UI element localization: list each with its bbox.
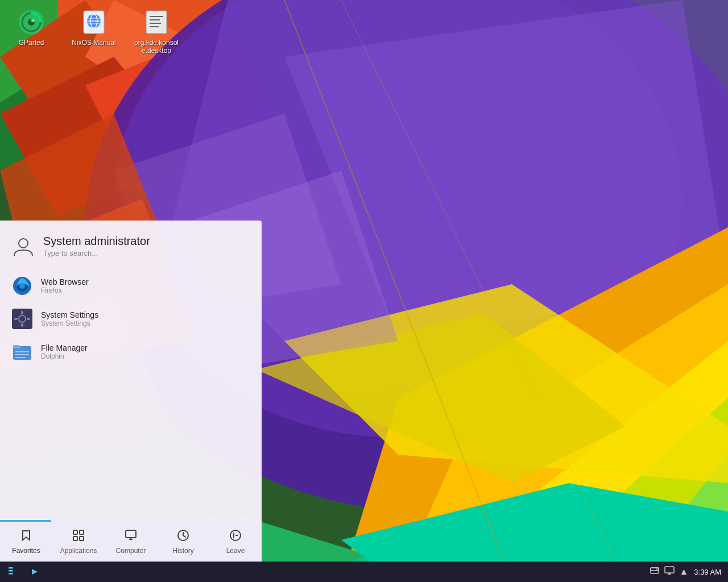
gparted-icon <box>18 9 45 36</box>
svg-rect-55 <box>27 318 30 320</box>
firefox-icon <box>11 275 33 297</box>
svg-rect-66 <box>126 530 136 538</box>
svg-rect-54 <box>14 318 18 320</box>
app-info-firefox: Web Browser Firefox <box>41 277 89 294</box>
system-tray: ▲ <box>650 566 688 578</box>
svg-rect-73 <box>9 567 13 569</box>
svg-rect-80 <box>665 567 674 573</box>
start-menu: System administrator Type to search... W… <box>0 221 262 562</box>
svg-point-79 <box>656 568 657 569</box>
tab-favorites-label: Favorites <box>12 547 40 555</box>
gparted-label: GParted <box>19 39 44 47</box>
taskbar-task-area <box>27 567 40 577</box>
hdd-tray-icon[interactable] <box>650 566 660 578</box>
svg-line-71 <box>183 535 185 537</box>
leave-icon <box>229 529 242 544</box>
active-tab-line <box>0 520 51 522</box>
app-name-files: File Manager <box>41 343 88 352</box>
nixos-manual-icon <box>80 9 107 36</box>
tab-leave[interactable]: Leave <box>209 522 262 562</box>
svg-rect-40 <box>146 11 167 34</box>
network-tray-icon[interactable]: ▲ <box>679 567 688 577</box>
app-info-settings: System Settings System Settings <box>41 310 98 327</box>
tab-computer[interactable]: Computer <box>105 522 157 562</box>
tab-favorites[interactable]: Favorites <box>0 522 52 562</box>
clock-icon <box>177 529 189 544</box>
app-item-firefox[interactable]: Web Browser Firefox <box>0 269 262 302</box>
desktop-icons: GParted NixOS Manual <box>6 6 182 58</box>
tab-applications-label: Applications <box>60 547 97 555</box>
svg-point-32 <box>31 19 35 22</box>
tab-history[interactable]: History <box>157 522 209 562</box>
svg-rect-62 <box>73 530 77 534</box>
konsole-label: org.kde.konsole.desktop <box>134 39 179 55</box>
menu-footer: Favorites Applications <box>0 520 262 562</box>
desktop-icon-nixos-manual[interactable]: NixOS Manual <box>68 6 119 58</box>
app-subtitle-files: Dolphin <box>41 352 88 360</box>
desktop: GParted NixOS Manual <box>0 0 728 582</box>
display-tray-icon[interactable] <box>664 566 675 578</box>
files-icon <box>11 341 33 363</box>
menu-apps: Web Browser Firefox Sy <box>0 265 262 520</box>
footer-tabs: Favorites Applications <box>0 522 262 562</box>
konsole-icon <box>143 9 170 36</box>
tab-leave-label: Leave <box>226 547 245 555</box>
svg-point-46 <box>19 239 28 248</box>
svg-marker-76 <box>32 569 38 575</box>
svg-rect-74 <box>9 570 13 572</box>
settings-icon <box>11 308 33 330</box>
app-item-files[interactable]: File Manager Dolphin <box>0 335 262 368</box>
nixos-manual-label: NixOS Manual <box>72 39 115 47</box>
taskbar-start-indicator[interactable] <box>30 567 40 577</box>
user-avatar <box>11 234 35 258</box>
svg-rect-53 <box>21 323 23 327</box>
taskbar-left <box>0 564 23 580</box>
svg-rect-63 <box>80 530 84 534</box>
svg-rect-64 <box>73 537 77 541</box>
svg-rect-65 <box>80 537 84 541</box>
svg-rect-52 <box>21 311 23 314</box>
desktop-icon-konsole[interactable]: org.kde.konsole.desktop <box>131 6 182 58</box>
app-subtitle-settings: System Settings <box>41 319 98 327</box>
app-item-settings[interactable]: System Settings System Settings <box>0 302 262 335</box>
tab-computer-label: Computer <box>116 547 146 555</box>
svg-point-49 <box>19 283 25 289</box>
start-button[interactable] <box>5 564 23 580</box>
search-hint: Type to search... <box>43 249 250 257</box>
tab-history-label: History <box>172 547 193 555</box>
user-name: System administrator <box>43 235 250 248</box>
monitor-icon <box>125 529 137 544</box>
footer-indicator <box>0 520 262 522</box>
tab-applications[interactable]: Applications <box>52 522 105 562</box>
menu-header: System administrator Type to search... <box>0 221 262 265</box>
taskbar-right: ▲ 3:39 AM <box>650 566 728 578</box>
app-info-files: File Manager Dolphin <box>41 343 88 360</box>
app-subtitle-firefox: Firefox <box>41 286 89 294</box>
svg-rect-58 <box>13 345 20 348</box>
taskbar-time: 3:39 AM <box>694 568 721 576</box>
grid-icon <box>72 529 85 544</box>
user-info: System administrator Type to search... <box>43 235 250 257</box>
svg-rect-75 <box>9 573 13 575</box>
desktop-icon-gparted[interactable]: GParted <box>6 6 57 58</box>
taskbar: ▲ 3:39 AM <box>0 562 728 582</box>
app-name-firefox: Web Browser <box>41 277 89 286</box>
app-name-settings: System Settings <box>41 310 98 319</box>
bookmark-icon <box>20 529 32 544</box>
